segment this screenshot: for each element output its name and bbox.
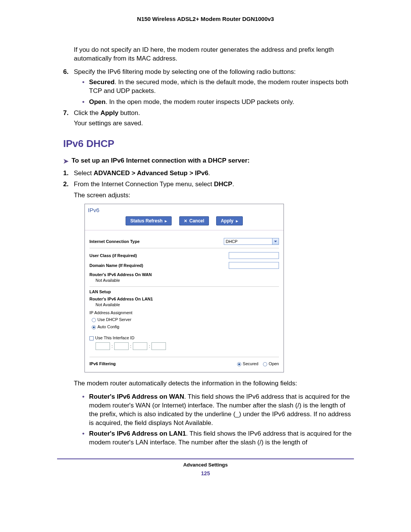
open-label: Open xyxy=(269,361,279,366)
s1c: . xyxy=(208,169,210,177)
s1b: ADVANCED > Advanced Setup > IPv6 xyxy=(94,169,208,177)
step7-c: button. xyxy=(118,109,140,117)
ab0-bold: Router's IPv6 Address on WAN xyxy=(89,393,184,400)
substep-2: 2. From the Internet Connection Type men… xyxy=(63,180,354,447)
radio-open[interactable]: Open xyxy=(263,361,279,366)
radio-icon xyxy=(237,362,241,366)
substep-1: 1. Select ADVANCED > Advanced Setup > IP… xyxy=(63,169,354,178)
colon-separator: : xyxy=(130,343,131,349)
step-6-text: Specify the IPv6 filtering mode by selec… xyxy=(74,68,296,75)
apply-label: Apply xyxy=(221,218,233,224)
after-bullet-lan: • Router's IPv6 Address on LAN1. This fi… xyxy=(82,430,354,447)
panel-toolbar: Status Refresh▸ ✕Cancel Apply▸ xyxy=(85,216,284,229)
colon-separator: : xyxy=(112,343,113,349)
wan-addr-label: Router's IPv6 Address On WAN xyxy=(89,272,152,278)
step-marker-6: 6. xyxy=(63,68,68,77)
radio-icon xyxy=(263,362,267,366)
interface-id-field-1[interactable] xyxy=(96,342,110,350)
divider xyxy=(89,248,279,248)
panel-title: IPv6 xyxy=(85,204,284,216)
secured-label: Secured xyxy=(243,361,258,366)
lan-addr-label: Router's IPv6 Address On LAN1 xyxy=(89,296,153,302)
bullet-dot-icon: • xyxy=(82,98,84,107)
status-refresh-button[interactable]: Status Refresh▸ xyxy=(126,216,172,225)
user-class-label: User Class (if Required) xyxy=(89,253,137,259)
row-user-class: User Class (if Required) xyxy=(89,251,279,260)
interface-id-field-2[interactable] xyxy=(114,342,129,350)
radio-icon xyxy=(92,325,96,329)
footer-rule xyxy=(57,459,354,459)
step7-a: Click the xyxy=(74,109,100,117)
domain-name-input[interactable] xyxy=(229,262,279,269)
section-heading-ipv6-dhcp: IPv6 DHCP xyxy=(63,137,354,150)
secured-rest: . In the secured mode, which is the defa… xyxy=(89,78,348,94)
ipv6-config-screenshot: IPv6 Status Refresh▸ ✕Cancel Apply▸ xyxy=(84,204,284,372)
apply-arrow-icon: ▸ xyxy=(236,218,238,224)
s2-result: The screen adjusts: xyxy=(74,191,354,200)
radio-secured[interactable]: Secured xyxy=(237,361,258,366)
s2a: From the Internet Connection Type menu, … xyxy=(74,181,214,188)
checkbox-icon xyxy=(89,336,94,340)
step-7: 7. Click the Apply button. Your settings… xyxy=(63,109,354,128)
chk-interface-label: Use This Interface ID xyxy=(95,335,134,340)
step-marker-2: 2. xyxy=(63,180,68,189)
step-marker-1: 1. xyxy=(63,169,68,178)
bullet-dot-icon: • xyxy=(82,78,84,87)
step6-bullet-open: • Open. In the open mode, the modem rout… xyxy=(82,98,354,107)
cancel-label: Cancel xyxy=(190,218,204,224)
task-line-text: To set up an IPv6 Internet connection wi… xyxy=(72,157,250,164)
row-ipv6-filtering: IPv6 Filtering Secured Open xyxy=(89,359,279,368)
arrow-icon: ➤ xyxy=(63,157,68,166)
row-wan-address: Router's IPv6 Address On WAN Not Availab… xyxy=(89,270,279,285)
intro-paragraph: If you do not specify an ID here, the mo… xyxy=(74,46,354,63)
lan-addr-value: Not Available xyxy=(89,302,120,308)
step7-b: Apply xyxy=(100,109,118,117)
open-rest: . In the open mode, the modem router ins… xyxy=(105,98,294,105)
divider xyxy=(85,230,284,230)
page-header: N150 Wireless ADSL2+ Modem Router DGN100… xyxy=(57,15,354,23)
radio-use-dhcp[interactable]: Use DHCP Server xyxy=(92,316,279,323)
row-domain-name: Domain Name (If Required) xyxy=(89,260,279,270)
s2b: DHCP xyxy=(214,181,232,188)
close-x-icon: ✕ xyxy=(184,218,187,224)
colon-separator: : xyxy=(149,343,150,349)
interface-id-inputs: : : : xyxy=(96,342,279,350)
radio-dhcp-label: Use DHCP Server xyxy=(97,317,131,322)
conn-type-label: Internet Connection Type xyxy=(89,239,140,244)
radio-auto-config[interactable]: Auto Config xyxy=(92,323,279,331)
user-class-input[interactable] xyxy=(229,252,279,259)
bullet-dot-icon: • xyxy=(82,393,84,401)
radio-icon xyxy=(92,318,96,322)
open-bold: Open xyxy=(89,98,105,105)
interface-id-field-3[interactable] xyxy=(133,342,147,350)
s1a: Select xyxy=(74,169,94,177)
divider xyxy=(89,286,279,287)
after-shot-paragraph: The modem router automatically detects t… xyxy=(74,379,354,388)
ip-assign-label: IP Address Assignment xyxy=(89,310,279,316)
connection-type-select[interactable]: DHCP xyxy=(224,238,279,245)
bullet-dot-icon: • xyxy=(82,430,84,438)
ab1-bold: Router's IPv6 Address on LAN1 xyxy=(89,430,186,437)
interface-id-field-4[interactable] xyxy=(151,342,166,350)
step6-bullet-secured: • Secured. In the secured mode, which is… xyxy=(82,78,354,96)
row-lan-address: Router's IPv6 Address On LAN1 Not Availa… xyxy=(89,295,279,309)
wan-addr-value: Not Available xyxy=(89,278,120,283)
lan-setup-heading: LAN Setup xyxy=(89,289,279,295)
footer-section-label: Advanced Settings xyxy=(57,462,354,468)
s2c: . xyxy=(232,181,234,188)
task-line: ➤ To set up an IPv6 Internet connection … xyxy=(63,157,354,165)
secured-bold: Secured xyxy=(89,78,115,86)
refresh-arrow-icon: ▸ xyxy=(165,218,167,224)
checkbox-interface-id[interactable]: Use This Interface ID xyxy=(89,335,279,341)
row-connection-type: Internet Connection Type DHCP xyxy=(89,236,279,246)
cancel-button[interactable]: ✕Cancel xyxy=(179,216,209,225)
divider xyxy=(89,357,279,357)
radio-auto-label: Auto Config xyxy=(97,324,119,329)
step-marker-7: 7. xyxy=(63,109,68,118)
apply-button[interactable]: Apply▸ xyxy=(216,216,242,225)
domain-label: Domain Name (If Required) xyxy=(89,263,143,268)
filtering-label: IPv6 Filtering xyxy=(89,361,116,367)
page-number: 125 xyxy=(57,470,354,477)
refresh-label: Status Refresh xyxy=(130,218,162,224)
step-6: 6. Specify the IPv6 filtering mode by se… xyxy=(63,68,354,107)
